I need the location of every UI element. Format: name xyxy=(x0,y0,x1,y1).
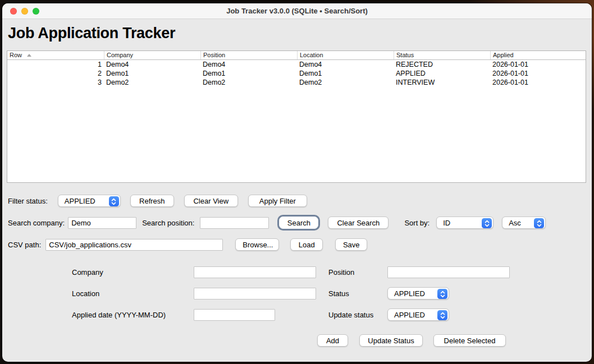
cell-applied: 2026-01-01 xyxy=(490,78,587,87)
table-row[interactable]: 1 Demo4 Demo4 Demo4 REJECTED 2026-01-01 xyxy=(7,60,586,69)
cell-company: Demo4 xyxy=(104,60,200,69)
cell-status: APPLIED xyxy=(394,69,490,78)
sort-by-select[interactable]: ID xyxy=(436,216,494,229)
clear-view-button[interactable]: Clear View xyxy=(184,195,238,207)
refresh-button[interactable]: Refresh xyxy=(130,195,174,207)
save-button[interactable]: Save xyxy=(335,238,367,251)
cell-row-number: 2 xyxy=(7,69,104,78)
chevron-up-down-icon xyxy=(437,310,447,320)
window-title: Job Tracker v3.0.0 (SQLite • Search/Sort… xyxy=(226,7,368,15)
applications-table[interactable]: Row Company Position Location Status App… xyxy=(7,50,586,183)
chevron-up-down-icon xyxy=(534,218,544,228)
applied-date-label: Applied date (YYYY-MM-DD) xyxy=(72,311,194,319)
position-input[interactable] xyxy=(387,266,510,278)
cell-position: Demo2 xyxy=(200,78,297,87)
form-row-location-status: Location Status APPLIED xyxy=(72,287,449,300)
update-status-value: APPLIED xyxy=(394,311,425,319)
update-status-label: Update status xyxy=(328,311,387,319)
status-label: Status xyxy=(328,289,387,298)
table-row[interactable]: 3 Demo2 Demo2 Demo2 INTERVIEW 2026-01-01 xyxy=(7,78,586,87)
search-company-label: Search company: xyxy=(8,219,65,227)
search-position-label: Search position: xyxy=(142,219,194,227)
form-row-company-position: Company Position xyxy=(72,265,510,279)
action-bar: Add Update Status Delete Selected xyxy=(317,334,506,347)
column-header-row[interactable]: Row xyxy=(7,51,104,59)
form-row-date-update: Applied date (YYYY-MM-DD) Update status … xyxy=(72,308,449,321)
column-header-applied[interactable]: Applied xyxy=(490,51,587,59)
page-title: Job Application Tracker xyxy=(8,25,175,42)
cell-applied: 2026-01-01 xyxy=(490,60,587,69)
cell-location: Demo2 xyxy=(297,78,394,87)
titlebar[interactable]: Job Tracker v3.0.0 (SQLite • Search/Sort… xyxy=(2,3,592,19)
sort-order-value: Asc xyxy=(509,219,521,227)
chevron-up-down-icon xyxy=(109,196,119,206)
add-button[interactable]: Add xyxy=(317,334,348,347)
browse-button[interactable]: Browse... xyxy=(235,238,279,251)
company-label: Company xyxy=(72,268,194,277)
search-position-input[interactable] xyxy=(200,217,269,229)
sort-by-label: Sort by: xyxy=(404,219,429,227)
status-value: APPLIED xyxy=(394,289,425,298)
load-button[interactable]: Load xyxy=(290,238,323,251)
cell-status: INTERVIEW xyxy=(394,78,490,87)
update-status-select[interactable]: APPLIED xyxy=(387,308,449,321)
csv-bar: CSV path: Browse... Load Save xyxy=(8,238,367,251)
cell-company: Demo1 xyxy=(104,69,200,78)
cell-company: Demo2 xyxy=(104,78,200,87)
sort-ascending-icon xyxy=(27,54,31,57)
csv-path-input[interactable] xyxy=(45,239,223,251)
update-status-button[interactable]: Update Status xyxy=(359,334,423,347)
chevron-up-down-icon xyxy=(437,289,447,299)
filter-status-value: APPLIED xyxy=(65,197,95,205)
search-button[interactable]: Search xyxy=(279,216,318,229)
sort-order-select[interactable]: Asc xyxy=(502,216,546,229)
column-header-status[interactable]: Status xyxy=(394,51,490,59)
applied-date-input[interactable] xyxy=(194,309,275,321)
column-header-position[interactable]: Position xyxy=(200,51,297,59)
search-company-input[interactable] xyxy=(68,217,136,229)
table-row[interactable]: 2 Demo1 Demo1 Demo1 APPLIED 2026-01-01 xyxy=(7,69,586,78)
zoom-button[interactable] xyxy=(33,8,39,15)
column-header-location[interactable]: Location xyxy=(297,51,394,59)
chevron-up-down-icon xyxy=(482,218,492,228)
cell-location: Demo1 xyxy=(297,69,394,78)
search-bar: Search company: Search position: Search … xyxy=(8,216,546,229)
table-header-row: Row Company Position Location Status App… xyxy=(7,51,586,60)
cell-position: Demo1 xyxy=(200,69,297,78)
csv-path-label: CSV path: xyxy=(8,241,41,249)
filter-bar: Filter status: APPLIED Refresh Clear Vie… xyxy=(8,194,307,208)
location-input[interactable] xyxy=(194,288,316,300)
location-label: Location xyxy=(72,289,194,298)
minimize-button[interactable] xyxy=(21,8,28,15)
cell-applied: 2026-01-01 xyxy=(490,69,587,78)
filter-status-label: Filter status: xyxy=(8,197,48,205)
clear-search-button[interactable]: Clear Search xyxy=(328,216,389,229)
cell-location: Demo4 xyxy=(297,60,394,69)
cell-row-number: 3 xyxy=(7,78,104,87)
sort-by-value: ID xyxy=(443,219,450,227)
close-button[interactable] xyxy=(10,8,17,15)
filter-status-select[interactable]: APPLIED xyxy=(58,195,121,207)
company-input[interactable] xyxy=(194,266,316,278)
cell-status: REJECTED xyxy=(394,60,490,69)
position-label: Position xyxy=(328,268,387,277)
column-header-company[interactable]: Company xyxy=(104,51,200,59)
delete-selected-button[interactable]: Delete Selected xyxy=(433,334,506,347)
traffic-lights xyxy=(10,8,39,15)
cell-row-number: 1 xyxy=(7,60,104,69)
app-window: Job Tracker v3.0.0 (SQLite • Search/Sort… xyxy=(2,3,592,362)
apply-filter-button[interactable]: Apply Filter xyxy=(248,195,307,207)
cell-position: Demo4 xyxy=(200,60,297,69)
status-select[interactable]: APPLIED xyxy=(387,287,449,300)
